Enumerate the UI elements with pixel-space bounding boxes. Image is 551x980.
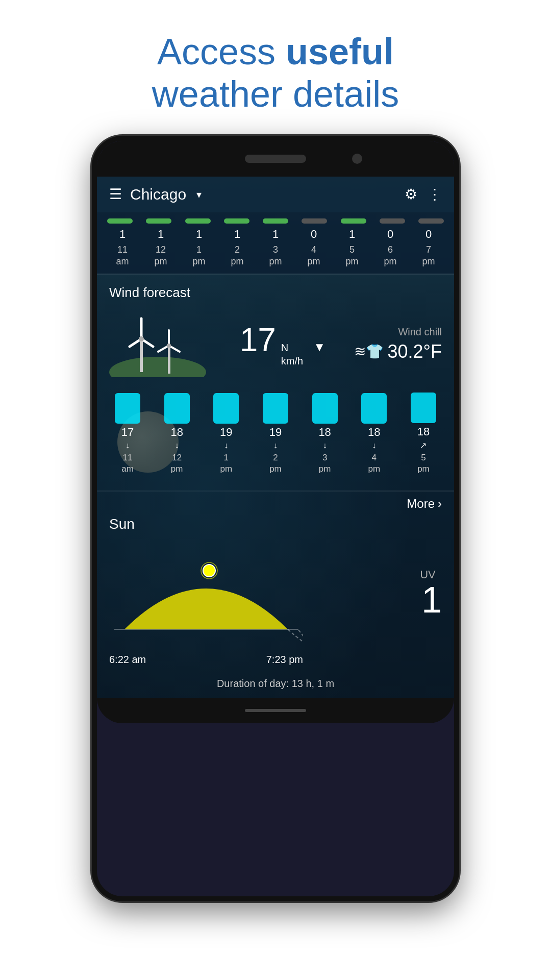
wind-bar-rect-1 — [164, 393, 190, 424]
precip-val-2: 1 — [184, 228, 214, 241]
uv-block: UV 1 — [420, 537, 442, 618]
wind-bar-dir-5: ↓ — [372, 441, 376, 450]
sun-label: Sun — [109, 516, 442, 532]
svg-point-12 — [203, 565, 215, 577]
wind-bar-item-6: 18 ↗ 5pm — [403, 393, 444, 475]
wind-bar-speed-6: 18 — [417, 425, 430, 438]
wind-bar-dir-4: ↓ — [323, 441, 327, 450]
wind-bar-time-6: 5pm — [417, 452, 430, 475]
wind-bar-time-3: 2pm — [269, 452, 282, 475]
wind-chill-value: ≋👕 30.2°F — [354, 341, 442, 362]
phone-camera — [352, 154, 362, 164]
precip-val-0: 1 — [107, 228, 138, 241]
wind-forecast-section: Wind forecast — [97, 275, 454, 387]
dropdown-icon[interactable]: ▾ — [196, 188, 202, 201]
header-line1: Access useful — [152, 31, 399, 73]
precip-val-3: 1 — [222, 228, 253, 241]
wind-bar-speed-0: 17 — [121, 426, 134, 439]
precipitation-section: 1 1 1 1 1 0 1 0 0 11am 12pm 1pm 2pm 3pm … — [97, 212, 454, 274]
wind-bar-item-1: 18 ↓ 12pm — [157, 393, 197, 475]
wind-bar-time-4: 3pm — [319, 452, 331, 475]
hamburger-icon[interactable]: ☰ — [109, 187, 122, 202]
precip-time-4: 3pm — [260, 244, 291, 268]
wind-bar-time-1: 12pm — [171, 452, 183, 475]
wind-direction-arrow: ▼ — [313, 340, 325, 354]
precip-bar-5 — [302, 218, 327, 224]
phone-screen: ☰ Chicago ▾ ⚙ ⋮ 1 — [97, 177, 454, 698]
more-button[interactable]: More › — [407, 497, 442, 511]
wind-bar-rect-5 — [361, 393, 387, 424]
wind-content: 17 N km/h ▼ Wind chill ≋👕 30.2°F — [109, 311, 442, 377]
precip-val-7: 0 — [375, 228, 406, 241]
wind-bar-time-0: 11am — [121, 452, 134, 475]
precip-val-5: 0 — [298, 228, 329, 241]
phone-bottom-bar — [97, 698, 454, 723]
wind-speed-main: 17 N km/h ▼ — [240, 321, 325, 368]
wind-chill-label: Wind chill — [354, 326, 442, 338]
precip-val-6: 1 — [337, 228, 367, 241]
svg-rect-6 — [168, 344, 170, 374]
phone-speaker — [245, 155, 306, 163]
precip-bar-8 — [418, 218, 444, 224]
precip-time-2: 1pm — [184, 244, 214, 268]
precip-time-1: 12pm — [145, 244, 176, 268]
sun-arc-svg — [109, 537, 303, 650]
precip-bar-7 — [380, 218, 405, 224]
city-name[interactable]: Chicago — [130, 186, 186, 203]
wind-bar-rect-3 — [263, 393, 288, 424]
precip-time-3: 2pm — [222, 244, 253, 268]
wind-bar-speed-5: 18 — [368, 426, 380, 439]
precip-times-row: 11am 12pm 1pm 2pm 3pm 4pm 5pm 6pm 7pm — [107, 244, 444, 268]
precip-time-6: 5pm — [337, 244, 367, 268]
more-options-icon[interactable]: ⋮ — [428, 186, 442, 203]
wind-bar-dir-3: ↓ — [273, 441, 278, 450]
wind-bar-item-0: 17 ↓ 11am — [107, 393, 148, 475]
wind-chill-icon: ≋👕 — [354, 343, 384, 360]
wind-bar-item-5: 18 ↓ 4pm — [354, 393, 394, 475]
wind-chill-block: Wind chill ≋👕 30.2°F — [354, 326, 442, 362]
precip-bar-0 — [107, 218, 133, 224]
phone-top-bar — [97, 141, 454, 177]
wind-bar-rect-4 — [312, 393, 338, 424]
wind-bar-speed-4: 18 — [318, 426, 331, 439]
svg-point-0 — [109, 357, 206, 377]
toolbar-left: ☰ Chicago ▾ — [109, 186, 202, 203]
page-header: Access useful weather details — [152, 31, 399, 115]
wind-bar-item-4: 18 ↓ 3pm — [305, 393, 345, 475]
wind-bar-item-2: 19 ↓ 1pm — [206, 393, 246, 475]
gear-icon[interactable]: ⚙ — [405, 186, 417, 203]
precip-bar-2 — [185, 218, 211, 224]
svg-rect-1 — [140, 336, 143, 372]
wind-turbines-illustration — [109, 311, 211, 377]
wind-bar-dir-6: ↗ — [420, 440, 427, 450]
more-row: More › — [97, 492, 454, 511]
sun-content: 6:22 am 7:23 pm UV 1 — [109, 537, 442, 666]
phone-frame: ☰ Chicago ▾ ⚙ ⋮ 1 — [92, 136, 459, 901]
precip-val-8: 0 — [413, 228, 444, 241]
home-indicator — [245, 709, 306, 712]
precip-val-1: 1 — [145, 228, 176, 241]
wind-bar-time-5: 4pm — [368, 452, 380, 475]
toolbar-right: ⚙ ⋮ — [405, 186, 442, 203]
wind-bar-rect-6 — [411, 393, 436, 423]
wind-bar-rect-2 — [213, 393, 239, 424]
wind-forecast-title: Wind forecast — [109, 285, 442, 301]
svg-point-10 — [167, 344, 171, 348]
sunrise-time: 6:22 am — [109, 654, 146, 666]
precip-val-4: 1 — [260, 228, 291, 241]
wind-bar-speed-1: 18 — [170, 426, 183, 439]
wind-speed-unit: N km/h — [281, 341, 303, 368]
uv-value: 1 — [421, 581, 442, 618]
duration-row: Duration of day: 13 h, 1 m — [97, 678, 454, 698]
precip-time-0: 11am — [107, 244, 138, 268]
wind-bar-dir-2: ↓ — [224, 441, 228, 450]
svg-point-5 — [139, 336, 144, 341]
wind-bar-dir-1: ↓ — [175, 441, 179, 450]
wind-speed-block: 17 N km/h ▼ — [240, 321, 325, 368]
app-toolbar: ☰ Chicago ▾ ⚙ ⋮ — [97, 177, 454, 212]
wind-speed-number: 17 — [240, 321, 276, 359]
precip-bars-row — [107, 218, 444, 224]
precip-bar-3 — [224, 218, 249, 224]
header-line2: weather details — [152, 73, 399, 115]
wind-bar-dir-0: ↓ — [126, 441, 130, 450]
